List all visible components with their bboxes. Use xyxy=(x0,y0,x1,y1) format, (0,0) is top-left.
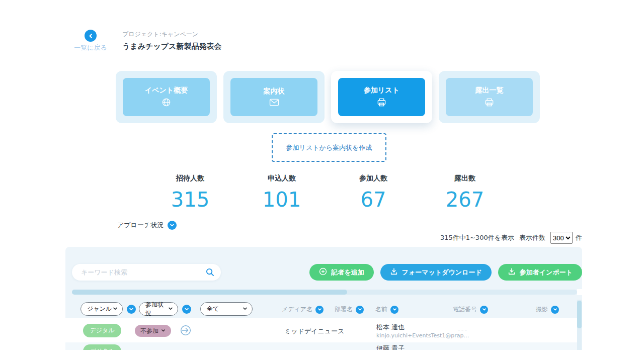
add-reporter-button[interactable]: 記者を追加 xyxy=(309,264,373,281)
page-size-label: 表示件数 xyxy=(519,233,545,242)
column-label: 撮影 xyxy=(536,305,548,314)
globe-icon xyxy=(162,98,171,109)
chevron-down-icon[interactable] xyxy=(480,306,488,314)
create-invitation-from-list-button[interactable]: 参加リストから案内状を作成 xyxy=(272,133,386,162)
stat-value: 67 xyxy=(328,189,419,210)
tab-bar: イベント概要 案内状 参加リスト xyxy=(116,71,540,123)
chevron-down-icon[interactable] xyxy=(315,306,324,314)
add-circle-icon xyxy=(319,267,327,277)
column-header-name: 名前 xyxy=(375,305,398,314)
status-select[interactable]: 不参加 xyxy=(135,325,171,337)
table-row: デジタル 伊藤 貴子 xyxy=(65,342,578,350)
chevron-down-icon xyxy=(168,306,173,313)
stat-label: 参加人数 xyxy=(328,174,419,183)
horizontal-scrollbar[interactable] xyxy=(72,290,577,295)
approach-status-label: アプローチ状況 xyxy=(117,221,164,230)
chevron-down-icon[interactable] xyxy=(127,305,136,314)
column-header-photo: 撮影 xyxy=(536,305,559,314)
vertical-scrollbar[interactable] xyxy=(577,300,582,350)
scrollbar-corner xyxy=(577,289,582,295)
tab-card-invitation: 案内状 xyxy=(223,71,325,123)
stat-value: 267 xyxy=(419,189,511,210)
tab-exposure-list[interactable]: 露出一覧 xyxy=(446,78,533,116)
toolbar-buttons: 記者を追加 フォーマットダウンロード 参加者インポート xyxy=(309,264,582,281)
column-header-media: メディア名 xyxy=(282,305,324,314)
chevron-left-icon xyxy=(88,31,94,41)
page-size-unit: 件 xyxy=(576,233,582,242)
stat-applied: 申込人数 101 xyxy=(236,174,328,210)
pagination-range-text: 315件中1~300件を表示 xyxy=(440,233,514,242)
all-filter-select[interactable]: 全て xyxy=(200,302,253,316)
tab-label: 案内状 xyxy=(264,87,285,96)
tab-card-exposure-list: 露出一覧 xyxy=(439,71,540,123)
phone-cell: --- xyxy=(458,326,468,333)
back-label[interactable]: 一覧に戻る xyxy=(67,43,114,52)
table-row: デジタル 不参加 ミッドデイニュース 松本 達也 kinjo.yuichi+Ev… xyxy=(65,318,578,343)
button-label: 記者を追加 xyxy=(331,268,364,277)
chevron-down-icon xyxy=(161,327,166,334)
project-label: プロジェクト:キャンペーン xyxy=(122,30,198,39)
approach-status: アプローチ状況 xyxy=(117,221,177,230)
button-label: フォーマットダウンロード xyxy=(402,268,482,277)
participation-filter-select[interactable]: 参加状況 xyxy=(139,302,178,316)
column-header-phone: 電話番号 xyxy=(453,305,488,314)
tab-card-participant-list: 参加リスト xyxy=(331,71,432,123)
stats-row: 招待人数 315 申込人数 101 参加人数 67 露出数 267 xyxy=(144,174,511,210)
chevron-down-icon[interactable] xyxy=(390,306,398,314)
search-input[interactable] xyxy=(72,264,221,281)
button-label: 参加者インポート xyxy=(520,268,573,277)
chevron-down-icon xyxy=(113,306,118,313)
column-label: 電話番号 xyxy=(453,305,477,314)
column-label: メディア名 xyxy=(282,305,312,314)
vertical-scrollbar-thumb[interactable] xyxy=(577,301,582,328)
download-icon xyxy=(390,267,398,277)
pagination: 315件中1~300件を表示 表示件数 300 件 xyxy=(440,232,582,244)
tab-event-overview[interactable]: イベント概要 xyxy=(123,78,210,116)
column-label: 名前 xyxy=(375,305,387,314)
stat-value: 315 xyxy=(144,189,236,210)
name-cell: 伊藤 貴子 xyxy=(376,344,405,350)
page-size-select[interactable]: 300 xyxy=(550,232,573,244)
download-icon xyxy=(508,267,516,277)
stat-attended: 参加人数 67 xyxy=(328,174,419,210)
horizontal-scrollbar-thumb[interactable] xyxy=(72,290,347,295)
participant-table-panel: 記者を追加 フォーマットダウンロード 参加者インポート ジャンル xyxy=(65,247,582,350)
search-icon[interactable] xyxy=(206,268,214,279)
stat-label: 申込人数 xyxy=(236,174,328,183)
page-title: うまみチップス新製品発表会 xyxy=(122,42,221,51)
tab-label: イベント概要 xyxy=(145,86,188,95)
tab-participant-list[interactable]: 参加リスト xyxy=(338,78,425,116)
chevron-down-icon[interactable] xyxy=(356,306,364,314)
email-cell: kinjo.yuichi+EventsTest1@prap… xyxy=(376,332,469,339)
stat-label: 露出数 xyxy=(419,174,511,183)
stat-exposure: 露出数 267 xyxy=(419,174,511,210)
media-name-cell: ミッドデイニュース xyxy=(284,327,344,336)
stat-value: 101 xyxy=(236,189,328,210)
printer-icon xyxy=(377,98,386,109)
stat-invited: 招待人数 315 xyxy=(144,174,236,210)
stat-label: 招待人数 xyxy=(144,174,236,183)
arrow-right-circle-icon[interactable] xyxy=(180,325,191,338)
column-header-department: 部署名 xyxy=(335,305,364,314)
tab-label: 露出一覧 xyxy=(475,86,504,95)
back-button[interactable] xyxy=(85,30,97,42)
mail-icon xyxy=(269,99,279,108)
chevron-down-icon xyxy=(243,306,248,313)
genre-filter-select[interactable]: ジャンル xyxy=(80,302,123,316)
status-value: 不参加 xyxy=(140,327,158,335)
chevron-down-icon[interactable] xyxy=(182,305,191,314)
tab-invitation[interactable]: 案内状 xyxy=(230,78,317,116)
printer-icon xyxy=(485,98,494,109)
tab-label: 参加リスト xyxy=(364,86,399,95)
chevron-down-icon[interactable] xyxy=(551,306,559,314)
select-value: ジャンル xyxy=(87,305,112,313)
format-download-button[interactable]: フォーマットダウンロード xyxy=(380,264,492,281)
genre-badge: デジタル xyxy=(83,324,121,337)
import-participants-button[interactable]: 参加者インポート xyxy=(498,264,582,281)
chevron-down-icon[interactable] xyxy=(168,221,177,230)
select-value: 参加状況 xyxy=(145,301,168,318)
select-value: 全て xyxy=(207,305,219,313)
genre-badge: デジタル xyxy=(83,344,121,350)
table-header-row: ジャンル 参加状況 全て xyxy=(65,300,578,318)
page: 一覧に戻る プロジェクト:キャンペーン うまみチップス新製品発表会 イベント概要… xyxy=(0,0,644,362)
